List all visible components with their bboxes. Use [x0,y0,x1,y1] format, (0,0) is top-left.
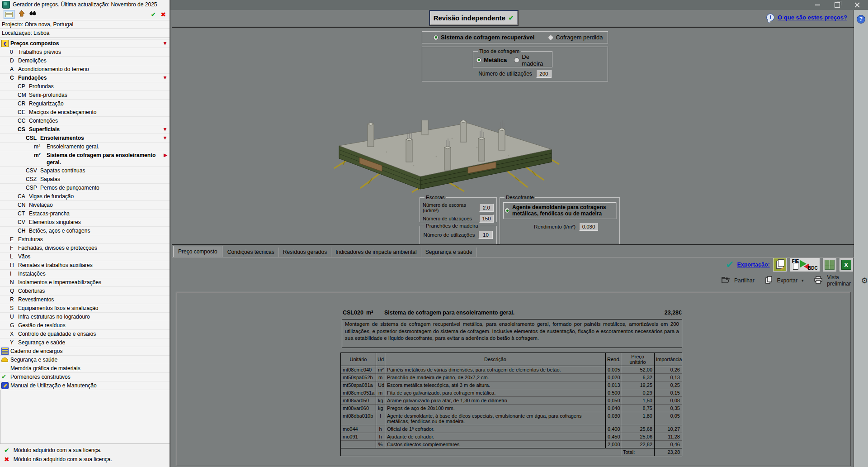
tree-item[interactable]: CP Profundas [0,82,170,91]
tree-item[interactable]: m² Sistema de cofragem para ensoleiramen… [0,151,170,167]
tree-item[interactable]: R Revestimentos [0,295,170,304]
tree-item[interactable]: C Fundações ▼ [0,74,170,82]
copy-pages-icon [765,276,773,286]
tree-item[interactable]: X Controlo de qualidade e ensaios [0,330,170,338]
tree-item-code: CC [18,117,29,124]
review-check-icon: ✔ [508,15,514,21]
tree-item-code: Y [10,339,18,346]
cell-preco: 1,50 [621,397,655,405]
tree-item[interactable]: Segurança e saúde [0,356,170,364]
radio-icon [433,35,439,40]
export-fie-bdc-button[interactable]: FIE BDC [790,258,820,272]
what-are-these-prices-link[interactable]: O que são estes preços? [778,14,847,21]
exportar-label[interactable]: Exportar [777,277,797,284]
partilhar-label[interactable]: Partilhar [734,277,755,284]
detail-tab[interactable]: Condições técnicas [223,248,279,257]
minimize-button[interactable] [807,0,827,10]
table-row: mt08var060 kg Pregos de aço de 20x100 mm… [341,405,682,412]
settings-gear-icon[interactable]: ⚙ [861,277,868,285]
search-icon[interactable] [29,10,37,19]
close-button[interactable] [847,0,867,10]
pranchoes-legend: Pranchões de madeira [425,223,480,229]
tree-item-label: Infra-estruturas no logradouro [18,313,170,320]
formwork-system-radio[interactable]: Cofragem perdida [548,34,603,41]
export-arquimedes-button[interactable] [773,258,787,272]
tree-item[interactable]: CS Superficiais ▼ [0,125,170,134]
tree-item[interactable]: m³ Ensoleiramento geral. [0,143,170,151]
cell-preco: 0,29 [621,389,655,397]
field-label: Número de utilizações [424,232,475,238]
cancel-icon[interactable]: ✖ [160,11,166,18]
tree-item[interactable]: Pormenores construtivos [0,373,170,381]
uses-input[interactable] [536,70,552,78]
tree-item[interactable]: CM Semi-profundas [0,91,170,100]
tree-item[interactable]: N Isolamentos e impermeabilizações [0,278,170,287]
independent-review-button[interactable]: Revisão independente ✔ [429,10,518,25]
tree-item[interactable]: CSP Pernos de punçoamento [0,184,170,192]
tree-item-code: Q [10,287,18,295]
field-input[interactable] [478,231,493,239]
radio-icon [548,35,553,40]
tree-item[interactable]: L Vãos [0,253,170,261]
tree-item[interactable]: CSL Ensoleiramentos ▼ [0,134,170,143]
tree-item[interactable]: U Infra-estruturas no logradouro [0,313,170,321]
tree-item-label: Semi-profundas [29,91,170,99]
tree-item[interactable]: 0 Trabalhos prévios [0,48,170,57]
tree-item[interactable]: I Instalações [0,270,170,278]
tree-item[interactable]: Y Segurança e saúde [0,338,170,347]
formwork-system-radio[interactable]: Sistema de cofragem recuperável [433,34,534,41]
tree-item[interactable]: CV Elementos singulares [0,218,170,227]
tree-item[interactable]: CR Regularização [0,100,170,108]
detail-tab[interactable]: Segurança e saúde [421,248,477,257]
tree-item[interactable]: G Gestão de resíduos [0,321,170,330]
tree-item[interactable]: F Fachadas, divisões e protecções [0,244,170,253]
tree-item[interactable]: H Remates e trabalhos auxiliares [0,261,170,270]
tree-item-label: Superficiais [29,126,170,133]
descofrante-option[interactable]: Agente desmoldante para cofragens metáli… [503,202,617,219]
export-excel-button[interactable]: X [840,258,853,272]
tree-item[interactable]: E Estruturas [0,235,170,244]
field-input[interactable] [479,204,494,212]
exportar-dropdown-icon[interactable]: ▾ [802,278,804,283]
tree-item[interactable]: CSZ Sapatas [0,175,170,184]
restore-button[interactable] [827,0,847,10]
tree-item-label: Memória gráfica de materiais [10,365,170,372]
tree-item-code: CSL [26,134,40,142]
formwork-type-radio[interactable]: De madeira [514,53,549,67]
project-data-icon[interactable] [4,10,14,19]
item-code: CSL020 [343,310,366,316]
rendimento-input[interactable] [579,223,598,231]
tree-item[interactable]: CC Contenções [0,117,170,125]
tree-item[interactable]: CSV Sapatas contínuas [0,167,170,175]
item-description: Montagem de sistema de cofragem recuperá… [342,319,682,348]
tree-item[interactable]: CA Vigas de fundação [0,192,170,201]
detail-tab[interactable]: Preço composto [173,246,222,257]
tree-item[interactable]: Caderno de encargos [0,347,170,356]
export-xls-button[interactable] [823,258,836,272]
accept-icon[interactable]: ✔ [151,11,156,18]
tree-item[interactable]: CE Maciços de encabeçamento [0,108,170,117]
vista-preliminar-label[interactable]: Vista preliminar [827,274,857,287]
cell-preco: 52,00 [621,366,655,374]
detail-tab[interactable]: Indicadores de impacte ambiental [331,248,421,257]
tree-item[interactable]: CT Estacas-prancha [0,210,170,218]
help-button[interactable]: ? [857,15,865,24]
field-input[interactable] [479,214,494,223]
exportacao-link[interactable]: Exportação: [737,262,769,268]
tree-item[interactable]: CN Nivelação [0,201,170,210]
tree-item[interactable]: CH Betões, aços e cofragens [0,227,170,235]
detail-tab[interactable]: Resíduos gerados [279,248,331,257]
tree-item[interactable]: Memória gráfica de materiais [0,364,170,373]
up-level-icon[interactable] [18,10,25,19]
tree-item-code: G [10,322,18,329]
tree-item-icon [1,382,9,389]
tree-item[interactable]: D Demolições [0,57,170,65]
tree-item[interactable]: Preços compostos ▼ [0,39,170,48]
tree-item[interactable]: S Equipamentos fixos e sinalização [0,304,170,313]
field-label: Número de utilizações [423,216,472,221]
tree-item[interactable]: Q Coberturas [0,287,170,295]
tree-item[interactable]: Manual de Utilização e Manutenção [0,381,170,390]
formwork-type-radio[interactable]: Metálica [476,57,507,63]
uses-label: Número de utilizações [478,71,532,77]
tree-item[interactable]: A Acondicionamento do terreno [0,65,170,74]
